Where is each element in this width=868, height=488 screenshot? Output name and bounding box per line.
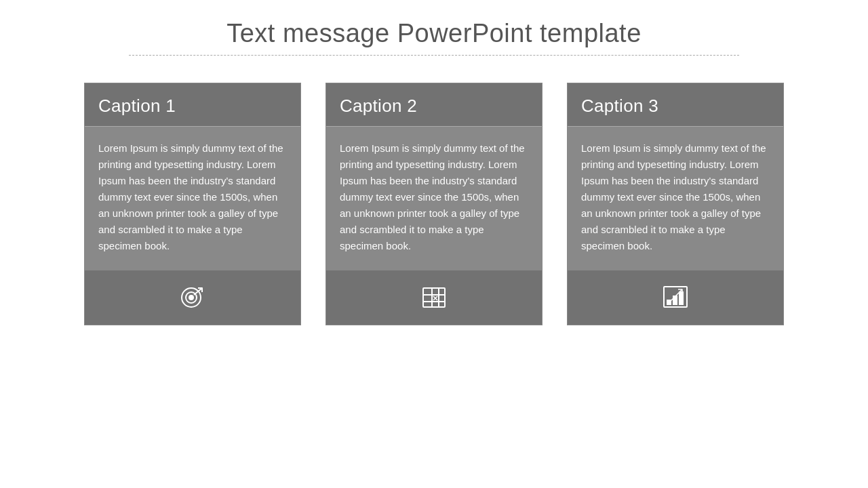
cards-container: Caption 1 Lorem Ipsum is simply dummy te… (34, 83, 834, 325)
target-icon (178, 283, 208, 312)
card-3-text: Lorem Ipsum is simply dummy text of the … (581, 140, 770, 254)
card-1-footer (85, 270, 300, 325)
card-3-body: Lorem Ipsum is simply dummy text of the … (568, 127, 783, 270)
card-1-title: Caption 1 (98, 96, 176, 116)
card-2-body: Lorem Ipsum is simply dummy text of the … (326, 127, 542, 270)
card-2-footer (326, 270, 542, 325)
card-2: Caption 2 Lorem Ipsum is simply dummy te… (326, 83, 542, 325)
card-1-header: Caption 1 (85, 83, 300, 127)
svg-rect-14 (679, 292, 683, 304)
card-1: Caption 1 Lorem Ipsum is simply dummy te… (84, 83, 301, 325)
card-3-title: Caption 3 (581, 96, 658, 116)
card-3-footer (568, 270, 783, 325)
card-2-header: Caption 2 (326, 83, 542, 127)
chart-icon (660, 283, 690, 312)
card-1-body: Lorem Ipsum is simply dummy text of the … (85, 127, 300, 270)
card-1-text: Lorem Ipsum is simply dummy text of the … (98, 140, 287, 254)
card-2-title: Caption 2 (340, 96, 417, 116)
card-3: Caption 3 Lorem Ipsum is simply dummy te… (567, 83, 784, 325)
table-icon (419, 283, 449, 312)
page-title: Text message PowerPoint template (226, 19, 642, 48)
card-2-text: Lorem Ipsum is simply dummy text of the … (340, 140, 528, 254)
title-divider (129, 55, 739, 56)
card-3-header: Caption 3 (568, 83, 783, 127)
svg-point-2 (189, 296, 193, 300)
